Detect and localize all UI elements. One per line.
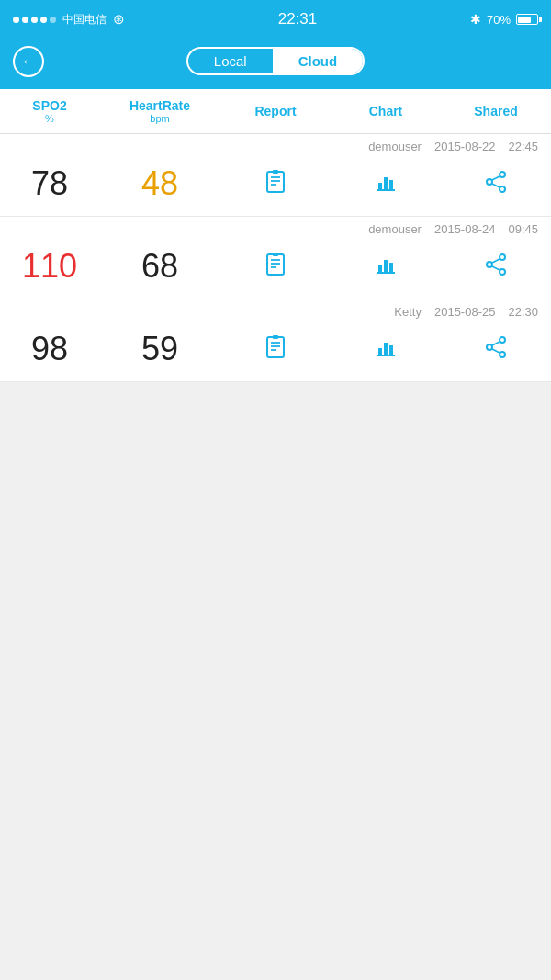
spo2-value-2: 98 bbox=[31, 330, 68, 367]
col-shared-header: Shared bbox=[441, 89, 551, 133]
svg-point-24 bbox=[487, 262, 492, 267]
record-user-1: demouser bbox=[368, 222, 422, 236]
chart-button-1[interactable] bbox=[331, 251, 441, 282]
svg-point-39 bbox=[500, 352, 505, 357]
cell-spo2-1: 110 bbox=[0, 247, 99, 286]
shared-label: Shared bbox=[474, 104, 517, 118]
spo2-value-0: 78 bbox=[31, 164, 68, 202]
back-arrow-icon: ← bbox=[21, 53, 36, 70]
hr-value-1: 68 bbox=[141, 247, 178, 285]
svg-rect-0 bbox=[267, 172, 284, 192]
record-date-1: 2015-08-24 bbox=[434, 222, 496, 236]
col-report-header: Report bbox=[220, 89, 331, 133]
signal-dot-4 bbox=[40, 17, 47, 23]
record-user-0: demouser bbox=[368, 140, 422, 153]
record-meta-0: demouser 2015-08-22 22:45 bbox=[0, 134, 551, 155]
svg-rect-6 bbox=[378, 183, 382, 190]
report-button-1[interactable] bbox=[220, 251, 331, 282]
battery-fill bbox=[518, 17, 530, 23]
carrier-label: 中国电信 bbox=[62, 12, 107, 28]
svg-rect-35 bbox=[384, 343, 388, 355]
record-time-1: 09:45 bbox=[508, 222, 538, 236]
status-left: 中国电信 ⊛ bbox=[13, 11, 125, 28]
nav-bar: ← Local Cloud bbox=[0, 39, 551, 89]
cloud-toggle-button[interactable]: Cloud bbox=[273, 49, 364, 73]
bluetooth-icon: ✱ bbox=[470, 12, 481, 27]
local-cloud-toggle[interactable]: Local Cloud bbox=[186, 47, 365, 75]
share-button-1[interactable] bbox=[441, 251, 551, 282]
svg-rect-4 bbox=[273, 170, 278, 174]
record-time-2: 22:30 bbox=[508, 305, 538, 319]
record-meta-1: demouser 2015-08-24 09:45 bbox=[0, 217, 551, 238]
svg-line-27 bbox=[492, 266, 500, 270]
svg-rect-18 bbox=[273, 253, 278, 256]
svg-rect-36 bbox=[389, 345, 393, 355]
svg-rect-8 bbox=[389, 180, 393, 190]
svg-rect-21 bbox=[384, 260, 388, 273]
svg-rect-28 bbox=[267, 337, 284, 357]
spo2-sub: % bbox=[45, 113, 54, 124]
report-button-0[interactable] bbox=[220, 168, 331, 199]
col-hr-header: HeartRate bpm bbox=[99, 89, 220, 133]
col-chart-header: Chart bbox=[331, 89, 441, 133]
svg-rect-20 bbox=[378, 265, 382, 273]
report-label: Report bbox=[254, 104, 296, 118]
cell-spo2-0: 78 bbox=[0, 164, 99, 203]
record-time-0: 22:45 bbox=[508, 140, 538, 153]
col-spo2-header: SPO2 % bbox=[0, 89, 99, 133]
svg-rect-22 bbox=[389, 263, 393, 273]
record-row-1: 110 68 bbox=[0, 238, 551, 299]
signal-dot-5 bbox=[50, 17, 56, 23]
cell-hr-2: 59 bbox=[99, 330, 220, 368]
local-toggle-button[interactable]: Local bbox=[188, 49, 273, 73]
report-button-2[interactable] bbox=[220, 333, 331, 365]
cell-hr-0: 48 bbox=[99, 164, 220, 203]
record-block-2: Ketty 2015-08-25 22:30 98 59 bbox=[0, 299, 551, 382]
column-headers: SPO2 % HeartRate bpm Report Chart Shared bbox=[0, 89, 551, 134]
chart-button-0[interactable] bbox=[331, 168, 441, 199]
svg-point-25 bbox=[500, 269, 505, 275]
status-time: 22:31 bbox=[278, 10, 318, 28]
status-right: ✱ 70% bbox=[470, 12, 538, 27]
svg-point-38 bbox=[487, 344, 492, 350]
record-date-2: 2015-08-25 bbox=[434, 305, 496, 319]
svg-line-41 bbox=[492, 349, 500, 353]
svg-point-10 bbox=[487, 179, 492, 185]
record-block-0: demouser 2015-08-22 22:45 78 48 bbox=[0, 134, 551, 217]
svg-line-12 bbox=[492, 176, 500, 180]
chart-button-2[interactable] bbox=[331, 333, 441, 365]
battery-icon bbox=[516, 14, 538, 25]
cell-hr-1: 68 bbox=[99, 247, 220, 286]
records-container: demouser 2015-08-22 22:45 78 48 demouser… bbox=[0, 134, 551, 382]
bottom-background bbox=[0, 382, 551, 749]
svg-rect-32 bbox=[273, 335, 278, 339]
svg-point-23 bbox=[500, 254, 505, 260]
hr-value-2: 59 bbox=[141, 330, 178, 367]
chart-label: Chart bbox=[369, 104, 403, 118]
svg-line-13 bbox=[492, 184, 500, 187]
svg-rect-7 bbox=[384, 177, 388, 190]
wifi-icon: ⊛ bbox=[113, 11, 125, 28]
svg-rect-34 bbox=[378, 348, 382, 355]
signal-dot-3 bbox=[31, 17, 38, 23]
svg-point-37 bbox=[500, 337, 505, 343]
hr-sub: bpm bbox=[150, 113, 169, 124]
status-bar: 中国电信 ⊛ 22:31 ✱ 70% bbox=[0, 0, 551, 39]
svg-point-9 bbox=[500, 172, 505, 177]
hr-label: HeartRate bbox=[129, 98, 190, 113]
hr-value-0: 48 bbox=[141, 164, 178, 202]
svg-point-11 bbox=[500, 186, 505, 192]
record-user-2: Ketty bbox=[394, 305, 422, 319]
svg-line-40 bbox=[492, 342, 500, 345]
share-button-0[interactable] bbox=[441, 168, 551, 199]
record-row-0: 78 48 bbox=[0, 155, 551, 216]
record-meta-2: Ketty 2015-08-25 22:30 bbox=[0, 299, 551, 321]
share-button-2[interactable] bbox=[441, 333, 551, 365]
signal-dot-1 bbox=[13, 17, 19, 23]
record-block-1: demouser 2015-08-24 09:45 110 68 bbox=[0, 217, 551, 299]
back-button[interactable]: ← bbox=[13, 46, 44, 77]
battery-percent: 70% bbox=[487, 13, 511, 27]
spo2-label: SPO2 bbox=[32, 98, 66, 113]
record-date-0: 2015-08-22 bbox=[434, 140, 496, 153]
svg-rect-14 bbox=[267, 254, 284, 275]
